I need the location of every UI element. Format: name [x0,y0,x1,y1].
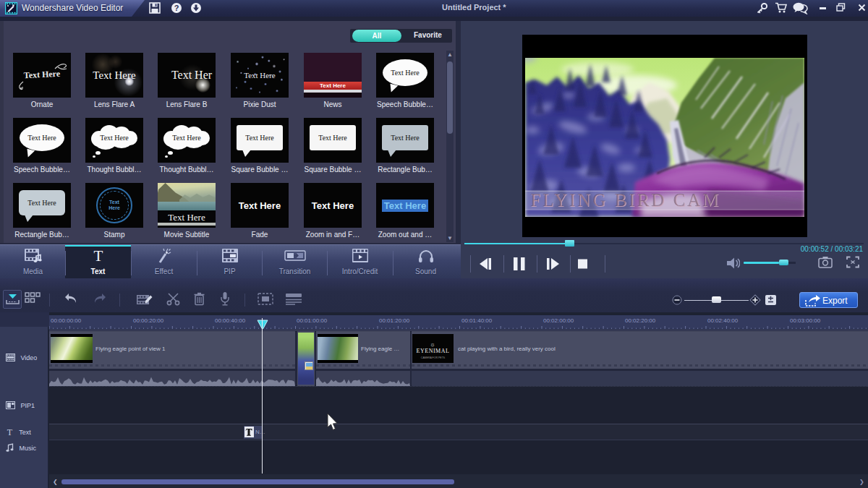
svg-text:T: T [93,248,103,264]
svg-text:T: T [7,428,13,436]
svg-text:?: ? [174,4,179,12]
svg-text:FLYING BIRD CAM: FLYING BIRD CAM [530,190,720,210]
svg-text:Text Here: Text Here [23,69,61,81]
